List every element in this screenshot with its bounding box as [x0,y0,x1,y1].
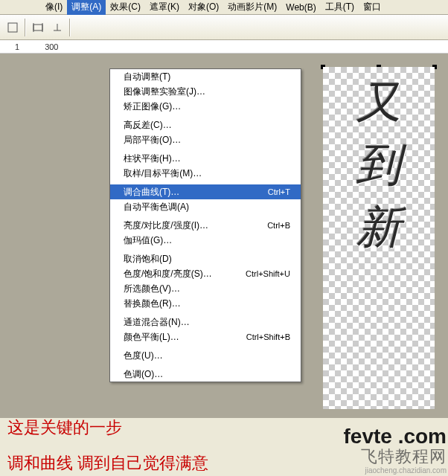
menu-gamma[interactable]: 伽玛值(G)… [110,233,301,248]
menu-label: 颜色平衡(L)… [124,331,246,344]
menu-shortcut: Ctrl+Shift+B [246,332,290,341]
menu-label: 局部平衡(O)… [124,134,290,147]
ruler: 1 300 [0,40,448,54]
adjust-menu-dropdown: 自动调整(T) 图像调整实验室(J)… 矫正图像(G)… 高反差(C)… 局部平… [109,68,301,382]
ruler-mark: 300 [45,42,58,51]
menubar: 像(I) 调整(A) 效果(C) 遮罩(K) 对象(O) 动画影片(M) Web… [0,0,448,15]
menu-adjust[interactable]: 调整(A) [67,0,106,15]
svg-rect-1 [33,25,42,30]
menu-replace-color[interactable]: 替换颜色(R)… [110,296,301,311]
menu-label: 图像调整实验室(J)… [124,86,290,98]
menu-selective-color[interactable]: 所选颜色(V)… [110,281,301,296]
calligraphy-char: 到 [356,134,401,196]
menu-separator [111,216,300,216]
menu-desaturate[interactable]: 取消饱和(D) [110,251,301,266]
menu-auto-balance-tone[interactable]: 自动平衡色调(A) [110,199,301,214]
menu-separator [111,364,300,365]
ruler-mark: 1 [15,42,19,51]
menu-label: 色度(U)… [124,350,290,362]
menu-separator [111,115,300,116]
menu-shortcut: Ctrl+B [267,221,290,230]
watermark: fevte .com 飞特教程网jiaocheng.chazidian.com [343,425,447,475]
menu-image[interactable]: 像(I) [41,0,67,15]
menu-separator [111,149,300,149]
menu-tools[interactable]: 工具(T) [321,0,359,15]
menu-separator [111,249,300,250]
toolbar-button[interactable] [48,19,66,36]
menu-label: 所选颜色(V)… [124,283,290,295]
calligraphy-char: 新 [356,196,401,259]
menu-hsl[interactable]: 色度/饱和度/亮度(S)…Ctrl+Shift+U [110,266,301,281]
toolbar-divider [69,19,71,36]
menu-separator [111,346,300,347]
svg-rect-0 [8,23,17,32]
menu-color-balance[interactable]: 颜色平衡(L)…Ctrl+Shift+B [110,329,301,344]
menu-tone-curve[interactable]: 调合曲线(T)…Ctrl+T [110,184,301,199]
menu-label: 色调(O)… [124,368,290,381]
menu-auto-adjust[interactable]: 自动调整(T) [110,69,301,84]
menu-label: 取消饱和(D) [124,253,290,266]
menu-local-balance[interactable]: 局部平衡(O)… [110,132,301,147]
menu-window[interactable]: 窗口 [359,0,385,15]
menu-shortcut: Ctrl+T [268,187,290,196]
menu-label: 取样/目标平衡(M)… [124,167,290,180]
calligraphy-char: 又 [356,71,401,134]
menu-straighten[interactable]: 矫正图像(G)… [110,99,301,114]
workspace: 又 到 新 自动调整(T) 图像调整实验室(J)… 矫正图像(G)… 高反差(C… [0,54,448,418]
menu-web[interactable]: Web(B) [281,1,320,14]
menu-separator [111,182,300,183]
menu-label: 色度/饱和度/亮度(S)… [124,268,246,280]
menu-label: 自动调整(T) [124,71,290,83]
canvas[interactable]: 又 到 新 [323,67,435,409]
menu-label: 矫正图像(G)… [124,100,290,113]
menu-label: 高反差(C)… [124,119,290,132]
menu-label: 伽玛值(G)… [124,234,290,247]
toolbar [0,15,448,40]
menu-image-lab[interactable]: 图像调整实验室(J)… [110,84,301,99]
menu-label: 调合曲线(T)… [124,186,268,199]
toolbar-divider [25,19,26,36]
menu-effects[interactable]: 效果(C) [106,0,145,15]
menu-label: 柱状平衡(H)… [124,152,290,165]
watermark-cn: 飞特教程网jiaocheng.chazidian.com [343,446,447,475]
menu-label: 通道混合器(N)… [124,316,290,329]
menu-high-contrast[interactable]: 高反差(C)… [110,118,301,132]
menu-object[interactable]: 对象(O) [184,0,223,15]
menu-separator [111,312,300,313]
toolbar-crop-button[interactable] [29,19,47,36]
menu-tone[interactable]: 色调(O)… [110,367,301,382]
menu-label: 亮度/对比度/强度(I)… [124,219,267,232]
menu-sample-target[interactable]: 取样/目标平衡(M)… [110,166,301,181]
menu-label: 替换颜色(R)… [124,298,290,310]
menu-mask[interactable]: 遮罩(K) [145,0,184,15]
menu-label: 自动平衡色调(A) [124,201,290,213]
menu-shortcut: Ctrl+Shift+U [246,269,290,278]
toolbar-button[interactable] [4,19,22,36]
menu-channel-mixer[interactable]: 通道混合器(N)… [110,315,301,329]
menu-brightness-contrast[interactable]: 亮度/对比度/强度(I)…Ctrl+B [110,218,301,233]
menu-histogram-balance[interactable]: 柱状平衡(H)… [110,151,301,166]
menu-movie[interactable]: 动画影片(M) [223,0,281,15]
menu-hue[interactable]: 色度(U)… [110,348,301,363]
